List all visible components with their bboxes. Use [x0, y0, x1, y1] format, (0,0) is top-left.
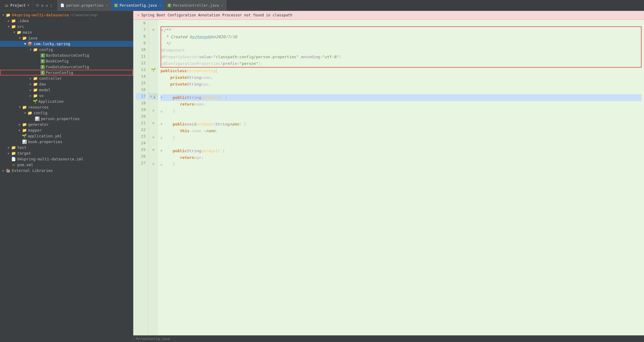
author-link[interactable]: zhangdd — [194, 34, 211, 40]
tree-item-src[interactable]: ▼ 📁 src — [0, 24, 133, 29]
comma: , — [299, 54, 301, 60]
tree-item-resources[interactable]: ▼ 📁 resources — [0, 104, 133, 110]
sidebar: ▼ 📁 04spring-multi-datasource ~/java/spr… — [0, 11, 133, 342]
tree-item-foo[interactable]: C FooDataSourceConfig — [0, 64, 133, 70]
tree-item-package[interactable]: ▼ 📦 com.lucky.spring — [0, 41, 133, 47]
folder-icon: 📁 — [22, 36, 27, 40]
folder-icon: 📁 — [5, 13, 11, 17]
filter-icon[interactable]: ≡ — [45, 3, 48, 8]
set-close: ) { — [239, 121, 246, 128]
fold-icon-21[interactable]: ▽ — [152, 121, 154, 125]
tree-item-mapper[interactable]: ▶ 📁 mapper — [0, 127, 133, 133]
fold-icon-25[interactable]: ▽ — [152, 148, 154, 152]
iml-icon: 📄 — [11, 157, 16, 161]
fold-close-27: △ — [161, 161, 162, 168]
tree-item-test[interactable]: ▶ 📁 test — [0, 145, 133, 150]
folder-icon: 📁 — [22, 128, 27, 132]
java-file-icon2: C — [168, 4, 171, 7]
expand-icon: ▶ — [1, 169, 5, 172]
tree-item-java[interactable]: ▼ 📁 java — [0, 35, 133, 41]
close-tab-icon[interactable]: ✕ — [106, 3, 108, 7]
fold-arrow-7: ▽ — [161, 27, 163, 34]
tree-item-model[interactable]: ▶ 📁 model — [0, 87, 133, 93]
tree-label: main — [23, 30, 32, 35]
method-setname: setName — [196, 121, 213, 128]
close-paren2: ) — [258, 60, 261, 67]
tree-item-application-yml[interactable]: 🌱 application.yml — [0, 133, 133, 139]
file-tree: ▼ 📁 04spring-multi-datasource ~/java/spr… — [0, 11, 133, 175]
prefix-kw: prefix — [223, 60, 237, 67]
spring-boot-icon: 🌱 — [151, 68, 156, 72]
fold-close-icon[interactable]: △ — [152, 108, 154, 112]
project-icon: 🗂 — [5, 3, 8, 8]
project-dropdown-icon[interactable]: ▼ — [28, 4, 29, 7]
string-utf8: "utf-8" — [322, 54, 339, 60]
fold-close-icon2[interactable]: △ — [152, 135, 154, 139]
collapse-icon[interactable]: ⟨ — [50, 3, 52, 8]
return-age: age; — [194, 154, 204, 161]
expand-icon: ▶ — [28, 77, 33, 80]
tree-item-target[interactable]: ▶ 📁 target — [0, 150, 133, 156]
expand-icon: ▶ — [7, 152, 11, 155]
code-line-11: @PropertySource( value = "classpath:conf… — [161, 54, 641, 60]
fold-icon-7[interactable]: ▽ — [152, 28, 154, 32]
tree-item-controller[interactable]: ▶ 📁 controller — [0, 75, 133, 81]
kw-this: this — [180, 128, 189, 134]
tab-person-controller[interactable]: C PersonController.java ✕ — [164, 0, 227, 11]
tree-item-root[interactable]: ▼ 📁 04spring-multi-datasource ~/java/spr… — [0, 12, 133, 18]
expand-icon: ▼ — [23, 111, 27, 115]
tree-item-config2[interactable]: ▼ 📁 config — [0, 110, 133, 116]
close-tab-icon[interactable]: ✕ — [221, 3, 223, 7]
tree-item-book-properties[interactable]: 📊 book.properties — [0, 139, 133, 145]
code-editor[interactable]: 6 7 8 9 10 11 12 13 14 15 16 17 18 19 — [133, 20, 644, 335]
class-icon: C — [41, 53, 45, 58]
tree-item-iml[interactable]: 📄 04spring-multi-datasource.iml — [0, 156, 133, 162]
tree-item-main[interactable]: ▼ 📁 main — [0, 29, 133, 35]
tree-item-config[interactable]: ▼ 📁 config — [0, 47, 133, 52]
fold-close-19: △ — [161, 108, 162, 114]
tree-label: resources — [28, 105, 49, 109]
code-line-12: △ @ConfigurationProperties( prefix = "pe… — [161, 60, 641, 67]
tree-label: application.yml — [28, 134, 62, 138]
close-tab-icon[interactable]: ✕ — [159, 3, 161, 7]
fold-close-icon3[interactable]: △ — [152, 161, 154, 165]
settings-icon[interactable]: ⚙ — [41, 3, 44, 8]
fold-icon-17[interactable]: ▽ — [150, 95, 152, 99]
tree-item-book[interactable]: C BookConfig — [0, 58, 133, 64]
tree-item-application[interactable]: 🌱 Application — [0, 99, 133, 104]
tree-item-dao[interactable]: ▶ 📁 dao — [0, 81, 133, 87]
folder-icon: 📁 — [33, 82, 38, 86]
tab-person-properties[interactable]: 📄 person.properties ✕ — [57, 0, 111, 11]
tree-item-personconfig[interactable]: C PersonConfig — [0, 70, 133, 75]
tree-label: 04spring-multi-datasource — [12, 13, 69, 17]
code-line-17: ▽ public String getName () { — [161, 94, 642, 101]
tab-person-config[interactable]: C PersonConfig.java ✕ — [111, 0, 164, 11]
tree-item-bar[interactable]: C BarDataSourceConfig — [0, 52, 133, 58]
properties-icon: 📊 — [22, 139, 27, 144]
annotation-config-props: @ConfigurationProperties( — [164, 60, 223, 67]
tree-item-vo[interactable]: ▶ 📁 vo — [0, 93, 133, 99]
expand-icon: ▶ — [28, 82, 33, 86]
code-lines[interactable]: ▽ /** * Created by zhangdd on 2020/7/16 — [158, 20, 644, 335]
tree-item-person-properties[interactable]: 📊 person.properties — [0, 116, 133, 122]
sync-icon[interactable]: ⟳ — [36, 3, 39, 8]
bulb-icon[interactable]: 💡 — [152, 94, 157, 99]
tree-label: Application — [38, 99, 64, 104]
return-type: String — [187, 94, 201, 101]
class-icon: C — [41, 65, 45, 69]
tree-label: mapper — [28, 128, 42, 132]
expand-icon: ▶ — [7, 146, 11, 149]
tree-item-idea[interactable]: ▶ 📁 .idea — [0, 18, 133, 24]
comment-text: * Created by — [166, 34, 194, 40]
libs-icon: 📚 — [5, 168, 11, 173]
warning-banner: ⚡ Spring Boot Configuration Annotation P… — [133, 11, 644, 20]
tree-label: target — [17, 151, 31, 156]
eq3: = — [237, 60, 239, 67]
tree-item-pom[interactable]: m pom.xml — [0, 162, 133, 168]
tree-item-extlibs[interactable]: ▶ 📚 External Libraries — [0, 168, 133, 173]
folder-icon: 📁 — [11, 24, 16, 29]
main-area: ▼ 📁 04spring-multi-datasource ~/java/spr… — [0, 11, 644, 342]
tree-item-generator[interactable]: ▶ 📁 generator — [0, 122, 133, 127]
code-line-15: private String age; — [161, 81, 642, 88]
tab-label: person.properties — [66, 3, 104, 8]
